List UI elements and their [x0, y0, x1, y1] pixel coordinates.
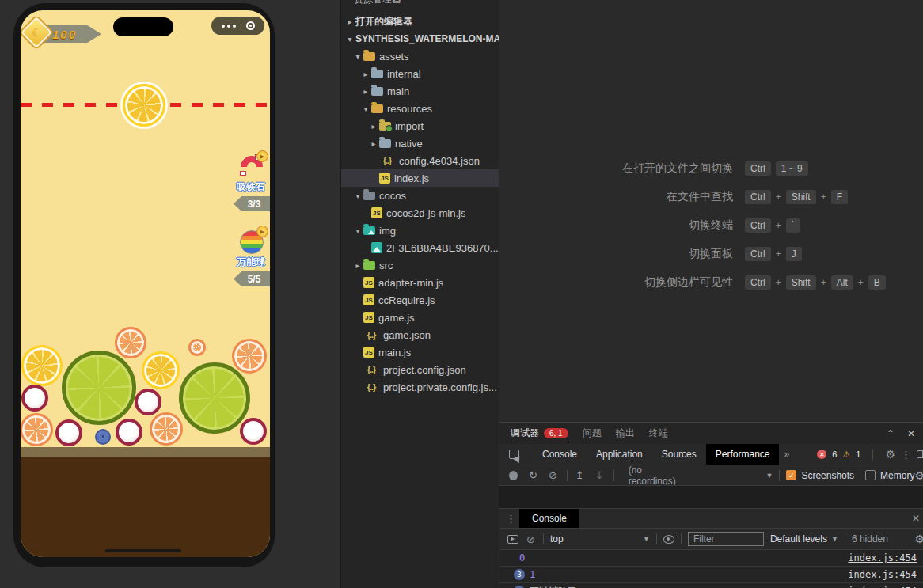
magnet-tip	[240, 171, 246, 176]
divider	[543, 533, 544, 544]
levels-dropdown[interactable]: Default levels ▼	[770, 533, 838, 544]
exit-icon[interactable]	[246, 21, 255, 30]
tree-item-cocos[interactable]: ▾cocos	[341, 187, 499, 204]
screenshots-label: Screenshots	[801, 470, 854, 481]
clear-icon[interactable]: ⊘	[549, 469, 557, 481]
drawer-close-icon[interactable]: ✕	[912, 513, 923, 524]
tree-item-import[interactable]: ▸import	[341, 117, 499, 135]
console-message-row[interactable]: 0index.js:454	[499, 550, 923, 567]
devtools-settings-icon[interactable]: ⚙	[885, 448, 895, 461]
panel-maximize-icon[interactable]: ⌃	[887, 428, 895, 439]
load-profile-icon[interactable]: ↥	[575, 469, 584, 481]
tree-item-src[interactable]: ▸src	[341, 256, 499, 274]
tree-item-project-private-config-js-[interactable]: {..}project.private.config.js...	[341, 378, 499, 396]
keycap: Alt	[831, 275, 853, 290]
context-dropdown[interactable]: top ▼	[550, 533, 650, 544]
game-screen[interactable]: 100 ☾ ▶吸铁石3/3▶万能球5/5	[21, 10, 270, 557]
tree-item-img[interactable]: ▾img	[341, 222, 499, 239]
clear-console-icon[interactable]: ⊘	[526, 533, 535, 545]
drawer-menu-icon[interactable]: ⋮	[506, 513, 516, 525]
memory-checkbox[interactable]	[865, 470, 876, 480]
crescent-icon: ☾	[32, 27, 42, 38]
tree-item-label: src	[379, 260, 393, 271]
json-file-icon: {..}	[363, 330, 379, 340]
tree-item-adapter-min-js[interactable]: JSadapter-min.js	[341, 274, 499, 291]
dropdown-arrow-icon[interactable]: ▼	[765, 472, 773, 480]
error-icon[interactable]: ✕	[817, 450, 826, 459]
score-value: 100	[52, 28, 77, 41]
warning-count[interactable]: 1	[856, 450, 860, 459]
recordings-dropdown[interactable]: (no recordings)	[629, 465, 687, 486]
tree-item-game-json[interactable]: {..}game.json	[341, 326, 499, 343]
inspect-element-icon[interactable]	[509, 450, 519, 459]
section-project-root[interactable]: ▾ SYNTHESIS_WATERMELON-MAIN	[341, 30, 499, 47]
tree-item-main-js[interactable]: JSmain.js	[341, 343, 499, 361]
chevron-right-icon: ▸	[344, 17, 355, 26]
panel-close-icon[interactable]: ✕	[907, 428, 915, 439]
keycap: Shift	[786, 275, 816, 290]
dropdown-arrow-icon: ▼	[831, 535, 838, 543]
tree-item-config-4e034-json[interactable]: {..}config.4e034.json	[341, 152, 499, 169]
devtools-tab-console[interactable]: Console	[533, 444, 587, 465]
live-expression-icon[interactable]	[663, 535, 674, 544]
tree-item-2f3e6b8a4be936870-[interactable]: 2F3E6B8A4BE936870...	[341, 239, 499, 256]
powerup-rainbow-ball[interactable]: ▶万能球5/5	[234, 230, 270, 286]
plus-sign: +	[821, 192, 826, 203]
save-profile-icon[interactable]: ↧	[595, 469, 604, 481]
tree-item-game-js[interactable]: JSgame.js	[341, 309, 499, 326]
warning-icon[interactable]: ⚠	[842, 450, 850, 460]
more-tabs-icon[interactable]: »	[784, 449, 789, 460]
capture-settings-icon[interactable]: ⚙	[914, 469, 923, 482]
panel-tab-终端[interactable]: 终端	[649, 423, 668, 444]
devtools-menu-icon[interactable]: ⋮	[901, 449, 911, 461]
ball-iconwrap: ▶	[240, 230, 264, 254]
dropdown-arrow-icon: ▼	[643, 535, 650, 543]
tree-item-cocos2d-js-min-js[interactable]: JScocos2d-js-min.js	[341, 204, 499, 222]
memory-label: Memory	[880, 470, 914, 481]
console-drawer-tab-bar: ⋮ Console ✕	[499, 508, 923, 529]
home-indicator	[105, 549, 181, 552]
devtools-tab-sources[interactable]: Sources	[652, 444, 706, 465]
reload-record-icon[interactable]: ↻	[529, 469, 537, 481]
tree-item-project-config-json[interactable]: {..}project.config.json	[341, 361, 499, 378]
section-open-editors[interactable]: ▸ 打开的编辑器	[341, 13, 499, 30]
panel-tab-输出[interactable]: 输出	[616, 423, 635, 444]
screenshots-checkbox[interactable]: ✓	[786, 470, 796, 480]
panel-tab-debugger[interactable]: 调试器6, 1	[511, 423, 568, 444]
console-settings-icon[interactable]: ⚙	[914, 533, 923, 545]
mangosteen-fruit	[21, 385, 48, 412]
tab-console-drawer[interactable]: Console	[519, 509, 579, 528]
more-icon[interactable]	[222, 25, 236, 28]
devtools-tab-performance[interactable]: Performance	[706, 444, 780, 465]
tree-item-assets[interactable]: ▾assets	[341, 47, 499, 65]
folder-icon	[379, 139, 391, 148]
capsule-button[interactable]	[211, 17, 264, 35]
console-sidebar-icon[interactable]	[507, 535, 518, 544]
tree-item-internal[interactable]: ▸internal	[341, 65, 499, 82]
devtools-tab-application[interactable]: Application	[587, 444, 652, 465]
chevron-right-icon: ▸	[368, 139, 379, 148]
devtools-tab-bar: ConsoleApplicationSourcesPerformance » ✕…	[499, 444, 923, 465]
json-file-icon: {..}	[363, 382, 379, 392]
console-message-row[interactable]: 可以消除了index.js:454	[499, 583, 923, 588]
keycap: J	[786, 247, 802, 261]
filter-input[interactable]	[688, 532, 764, 546]
tree-item-main[interactable]: ▸main	[341, 82, 499, 100]
source-link[interactable]: index.js:454	[848, 569, 917, 580]
tree-item-label: project.config.json	[383, 364, 466, 376]
record-button[interactable]	[509, 471, 518, 480]
tree-item-label: index.js	[394, 173, 429, 184]
console-message-row[interactable]: 31index.js:454	[499, 567, 923, 583]
panel-tab-问题[interactable]: 问题	[583, 423, 602, 444]
source-link[interactable]: index.js:454	[848, 552, 917, 563]
dock-side-icon[interactable]	[917, 450, 923, 458]
error-count[interactable]: 6	[832, 450, 837, 459]
folder-icon	[371, 104, 383, 113]
tree-item-ccrequire-js[interactable]: JSccRequire.js	[341, 291, 499, 309]
orange-fruit	[232, 339, 267, 374]
tree-item-resources[interactable]: ▾resources	[341, 100, 499, 117]
tree-item-index-js[interactable]: JSindex.js	[341, 169, 499, 187]
explorer-panel: 资源管理器 ▸ 打开的编辑器 ▾ SYNTHESIS_WATERMELON-MA…	[340, 0, 499, 588]
powerup-magnet[interactable]: ▶吸铁石3/3	[234, 155, 270, 211]
tree-item-native[interactable]: ▸native	[341, 135, 499, 152]
